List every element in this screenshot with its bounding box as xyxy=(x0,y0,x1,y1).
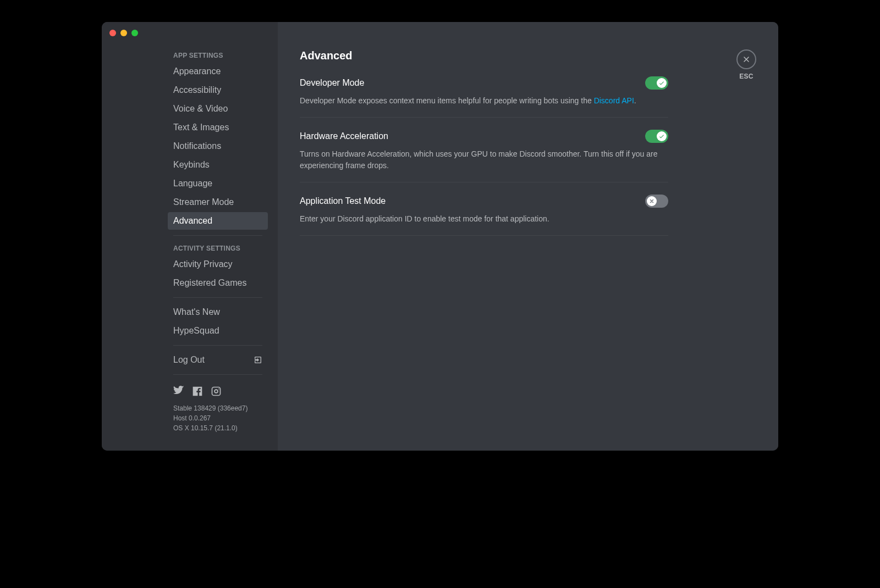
sidebar-item-accessibility[interactable]: Accessibility xyxy=(168,81,268,99)
x-icon xyxy=(648,198,655,204)
toggle-knob xyxy=(647,196,657,206)
sidebar-item-text-images[interactable]: Text & Images xyxy=(168,119,268,136)
window-controls xyxy=(109,30,138,36)
sidebar-item-logout[interactable]: Log Out xyxy=(168,351,268,369)
setting-title-application-test-mode: Application Test Mode xyxy=(300,196,386,206)
social-links xyxy=(168,380,268,399)
setting-desc-hardware-acceleration: Turns on Hardware Acceleration, which us… xyxy=(300,148,668,171)
version-host: Host 0.0.267 xyxy=(173,413,262,423)
sidebar-item-keybinds[interactable]: Keybinds xyxy=(168,156,268,174)
instagram-icon[interactable] xyxy=(211,386,222,397)
esc-label: ESC xyxy=(739,73,753,80)
logout-label: Log Out xyxy=(173,355,205,365)
discord-api-link[interactable]: Discord API xyxy=(594,96,634,105)
toggle-knob xyxy=(657,131,667,141)
settings-content: ESC Advanced Developer Mode Developer Mo… xyxy=(278,22,778,451)
sidebar-item-notifications[interactable]: Notifications xyxy=(168,137,268,155)
sidebar-item-language[interactable]: Language xyxy=(168,175,268,192)
logout-icon xyxy=(254,356,262,364)
sidebar-item-advanced[interactable]: Advanced xyxy=(168,212,268,230)
facebook-icon[interactable] xyxy=(192,386,203,397)
sidebar-item-whats-new[interactable]: What's New xyxy=(168,303,268,321)
setting-title-hardware-acceleration: Hardware Acceleration xyxy=(300,131,388,141)
setting-hardware-acceleration: Hardware Acceleration Turns on Hardware … xyxy=(300,130,668,182)
version-os: OS X 10.15.7 (21.1.0) xyxy=(173,423,262,433)
sidebar-item-voice-video[interactable]: Voice & Video xyxy=(168,100,268,118)
toggle-knob xyxy=(657,78,667,88)
window-close-button[interactable] xyxy=(109,30,116,36)
close-button[interactable] xyxy=(736,49,756,69)
check-icon xyxy=(658,80,665,86)
close-icon xyxy=(742,55,751,64)
sidebar-section-activity-settings: ACTIVITY SETTINGS xyxy=(168,241,268,256)
version-info: Stable 138429 (336eed7) Host 0.0.267 OS … xyxy=(168,399,268,433)
check-icon xyxy=(658,133,665,140)
sidebar-section-app-settings: APP SETTINGS xyxy=(168,48,268,63)
sidebar-item-appearance[interactable]: Appearance xyxy=(168,63,268,80)
setting-desc-application-test-mode: Enter your Discord application ID to ena… xyxy=(300,213,668,224)
window-zoom-button[interactable] xyxy=(131,30,138,36)
version-build: Stable 138429 (336eed7) xyxy=(173,403,262,413)
sidebar-divider xyxy=(173,235,262,236)
sidebar-item-activity-privacy[interactable]: Activity Privacy xyxy=(168,256,268,273)
sidebar-item-hypesquad[interactable]: HypeSquad xyxy=(168,322,268,340)
sidebar-divider xyxy=(173,345,262,346)
sidebar-divider xyxy=(173,374,262,375)
setting-developer-mode: Developer Mode Developer Mode exposes co… xyxy=(300,76,668,118)
sidebar-item-streamer-mode[interactable]: Streamer Mode xyxy=(168,193,268,211)
settings-window: APP SETTINGS Appearance Accessibility Vo… xyxy=(102,22,778,451)
setting-title-developer-mode: Developer Mode xyxy=(300,78,364,88)
close-area: ESC xyxy=(736,49,756,80)
sidebar-item-registered-games[interactable]: Registered Games xyxy=(168,274,268,292)
window-minimize-button[interactable] xyxy=(120,30,127,36)
settings-sidebar: APP SETTINGS Appearance Accessibility Vo… xyxy=(102,22,278,451)
setting-application-test-mode: Application Test Mode Enter your Discord… xyxy=(300,195,668,236)
page-title: Advanced xyxy=(300,49,668,62)
twitter-icon[interactable] xyxy=(173,386,184,397)
sidebar-divider xyxy=(173,297,262,298)
toggle-developer-mode[interactable] xyxy=(645,76,668,90)
toggle-hardware-acceleration[interactable] xyxy=(645,130,668,143)
toggle-application-test-mode[interactable] xyxy=(645,195,668,208)
setting-desc-developer-mode: Developer Mode exposes context menu item… xyxy=(300,95,668,106)
